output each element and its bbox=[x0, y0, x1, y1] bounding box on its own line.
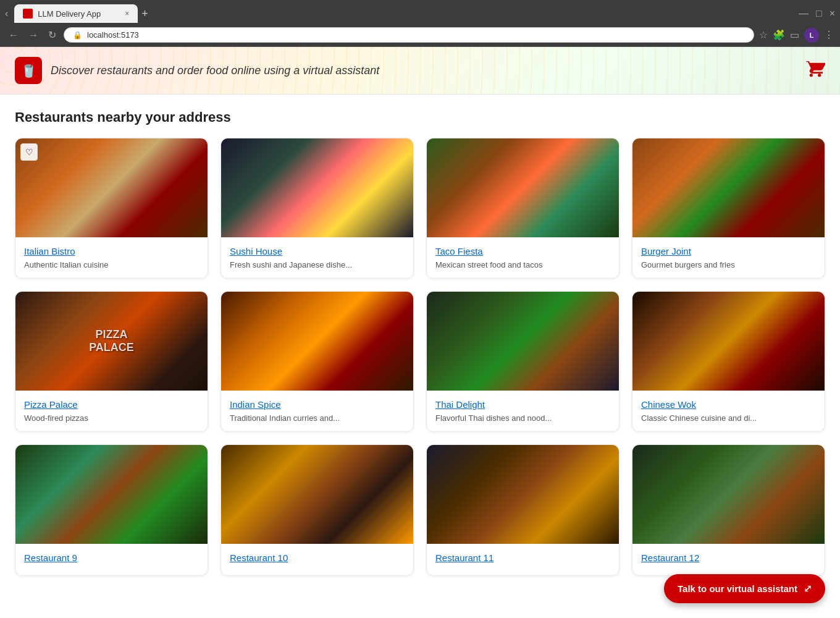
lock-icon: 🔒 bbox=[73, 31, 82, 40]
active-tab[interactable]: LLM Delivery App × bbox=[14, 4, 138, 23]
restaurant-card-row3-4[interactable]: Restaurant 12 bbox=[632, 444, 825, 576]
forward-button[interactable]: → bbox=[26, 28, 41, 42]
restaurant-card-burger-joint[interactable]: Burger JointGourmet burgers and fries bbox=[632, 138, 825, 279]
restaurant-desc-thai-delight: Flavorful Thai dishes and nood... bbox=[435, 413, 610, 423]
nav-bar: ← → ↻ 🔒 localhost:5173 ☆ 🧩 ▭ L ⋮ bbox=[0, 23, 840, 47]
restaurant-card-row3-3[interactable]: Restaurant 11 bbox=[426, 444, 620, 576]
main-content: Restaurants nearby your address ♡Italian… bbox=[0, 95, 840, 618]
restaurant-name-burger-joint[interactable]: Burger Joint bbox=[641, 246, 816, 256]
restaurant-desc-chinese-wok: Classic Chinese cuisine and di... bbox=[641, 413, 816, 423]
restaurant-card-italian-bistro[interactable]: ♡Italian BistroAuthentic Italian cuisine bbox=[15, 138, 208, 279]
minimize-button[interactable]: — bbox=[799, 8, 808, 19]
restaurant-desc-burger-joint: Gourmet burgers and fries bbox=[641, 260, 816, 269]
tab-bar: ‹ LLM Delivery App × + — □ × bbox=[0, 0, 840, 23]
window-close-button[interactable]: × bbox=[830, 8, 835, 19]
restaurant-card-chinese-wok[interactable]: Chinese WokClassic Chinese cuisine and d… bbox=[632, 291, 825, 432]
restaurant-name-sushi-house[interactable]: Sushi House bbox=[230, 246, 405, 256]
url-text: localhost:5173 bbox=[87, 30, 139, 40]
restaurant-name-chinese-wok[interactable]: Chinese Wok bbox=[641, 399, 816, 410]
restaurant-name-indian-spice[interactable]: Indian Spice bbox=[230, 399, 405, 410]
restaurant-name-row3-1[interactable]: Restaurant 9 bbox=[24, 552, 199, 563]
header-subtitle: Discover restaurants and order food onli… bbox=[51, 64, 379, 77]
app-logo: 🥤 bbox=[15, 57, 42, 84]
cart-icon bbox=[805, 59, 825, 78]
restaurant-card-row3-1[interactable]: Restaurant 9 bbox=[15, 444, 208, 576]
restaurant-name-italian-bistro[interactable]: Italian Bistro bbox=[24, 246, 199, 256]
tab-favicon bbox=[23, 9, 33, 19]
restaurant-name-thai-delight[interactable]: Thai Delight bbox=[435, 399, 610, 410]
restaurant-name-row3-4[interactable]: Restaurant 12 bbox=[641, 552, 816, 563]
restaurant-desc-pizza-palace: Wood-fired pizzas bbox=[24, 413, 199, 423]
bookmark-icon[interactable]: ☆ bbox=[759, 29, 768, 41]
restaurant-card-pizza-palace[interactable]: PIZZA PALACEPizza PalaceWood-fired pizza… bbox=[15, 291, 208, 432]
expand-icon: ⤢ bbox=[804, 583, 812, 595]
chat-button-label: Talk to our virtual assistant bbox=[678, 583, 797, 594]
cart-button[interactable] bbox=[805, 59, 825, 83]
profile-avatar[interactable]: L bbox=[804, 28, 819, 43]
restaurant-card-thai-delight[interactable]: Thai DelightFlavorful Thai dishes and no… bbox=[426, 291, 620, 432]
restaurant-name-pizza-palace[interactable]: Pizza Palace bbox=[24, 399, 199, 410]
restaurant-name-row3-3[interactable]: Restaurant 11 bbox=[435, 552, 610, 563]
restaurant-desc-italian-bistro: Authentic Italian cuisine bbox=[24, 260, 199, 269]
chat-button[interactable]: Talk to our virtual assistant ⤢ bbox=[664, 574, 825, 603]
restaurant-desc-sushi-house: Fresh sushi and Japanese dishe... bbox=[230, 260, 405, 269]
restaurant-card-row3-2[interactable]: Restaurant 10 bbox=[220, 444, 414, 576]
header-left: 🥤 Discover restaurants and order food on… bbox=[15, 57, 379, 84]
reload-button[interactable]: ↻ bbox=[46, 28, 59, 42]
back-button[interactable]: ← bbox=[6, 28, 21, 42]
sidebar-icon[interactable]: ▭ bbox=[790, 29, 799, 41]
tab-close-button[interactable]: × bbox=[125, 9, 129, 18]
restaurant-desc-indian-spice: Traditional Indian curries and... bbox=[230, 413, 405, 423]
restaurants-grid: ♡Italian BistroAuthentic Italian cuisine… bbox=[15, 138, 825, 576]
menu-icon[interactable]: ⋮ bbox=[824, 29, 834, 41]
maximize-button[interactable]: □ bbox=[816, 8, 822, 19]
restaurant-name-row3-2[interactable]: Restaurant 10 bbox=[230, 552, 405, 563]
restaurant-card-sushi-house[interactable]: Sushi HouseFresh sushi and Japanese dish… bbox=[220, 138, 414, 279]
address-bar[interactable]: 🔒 localhost:5173 bbox=[64, 27, 754, 43]
section-title: Restaurants nearby your address bbox=[15, 109, 825, 125]
restaurant-card-taco-fiesta[interactable]: Taco FiestaMexican street food and tacos bbox=[426, 138, 620, 279]
nav-right-controls: ☆ 🧩 ▭ L ⋮ bbox=[759, 28, 834, 43]
app-header: 🥤 Discover restaurants and order food on… bbox=[0, 47, 840, 95]
extension-icon[interactable]: 🧩 bbox=[773, 29, 785, 41]
restaurant-name-taco-fiesta[interactable]: Taco Fiesta bbox=[435, 246, 610, 256]
logo-icon: 🥤 bbox=[20, 62, 37, 78]
browser-chrome: ‹ LLM Delivery App × + — □ × ← → ↻ 🔒 loc… bbox=[0, 0, 840, 47]
tab-prev-icon[interactable]: ‹ bbox=[5, 8, 8, 19]
tab-title: LLM Delivery App bbox=[38, 9, 101, 19]
tab-group: LLM Delivery App × + bbox=[14, 4, 799, 23]
favorite-button[interactable]: ♡ bbox=[20, 143, 38, 161]
restaurant-card-indian-spice[interactable]: Indian SpiceTraditional Indian curries a… bbox=[220, 291, 414, 432]
restaurant-desc-taco-fiesta: Mexican street food and tacos bbox=[435, 260, 610, 269]
new-tab-button[interactable]: + bbox=[141, 7, 148, 20]
